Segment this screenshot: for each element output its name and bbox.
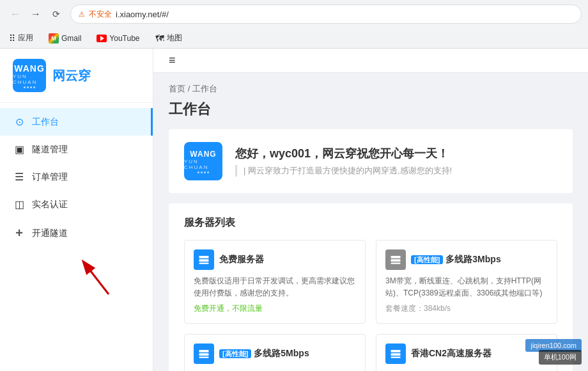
logo-dots xyxy=(24,86,35,88)
youtube-label: YouTube xyxy=(109,34,139,43)
sidebar-logo: WANG YUN CHUAN 网云穿 xyxy=(0,49,153,103)
security-icon: ⚠ xyxy=(79,10,85,19)
w-dot-3 xyxy=(204,171,206,173)
welcome-banner: WANG YUN CHUAN 您好，wyc001，网云穿祝您开心每一天！ | 网… xyxy=(169,129,573,193)
apps-label: 应用 xyxy=(18,33,33,43)
page-title: 工作台 xyxy=(169,100,573,119)
sidebar-item-open-tunnel[interactable]: + 开通隧道 xyxy=(0,218,153,248)
identity-icon: ◫ xyxy=(13,198,26,210)
welcome-subtitle: | 网云穿致力于打造最方便快捷的内网穿透,感谢您的支持! xyxy=(235,165,452,177)
welcome-text: 您好，wyc001，网云穿祝您开心每一天！ | 网云穿致力于打造最方便快捷的内网… xyxy=(235,146,452,177)
nav-buttons: ← → ⟳ xyxy=(6,5,65,23)
svg-rect-5 xyxy=(391,263,401,264)
main-content: ≡ 首页 / 工作台 工作台 WANG YUN CHUAN xyxy=(153,49,588,371)
multi3-name: 多线路3Mbps xyxy=(445,254,500,264)
welcome-logo-bottom: YUN CHUAN xyxy=(184,159,222,170)
sidebar-item-dashboard-label: 工作台 xyxy=(32,116,59,128)
breadcrumb-current: 工作台 xyxy=(192,84,217,93)
logo-dot-1 xyxy=(24,86,26,88)
forward-button[interactable]: → xyxy=(27,5,45,23)
server-card-free[interactable]: 免费服务器 免费版仅适用于日常开发调试，更高需求建议您使用付费版，感谢您的支持。… xyxy=(184,240,366,324)
bookmarks-bar: ⠿ 应用 M Gmail YouTube 🗺 地图 xyxy=(0,28,588,49)
bookmark-youtube[interactable]: YouTube xyxy=(94,33,142,44)
server-card-free-header: 免费服务器 xyxy=(194,249,356,270)
server-card-hk-title: 香港CN2高速服务器 xyxy=(411,348,491,359)
sidebar-item-order-label: 订单管理 xyxy=(32,171,68,183)
server-card-multi3-header: [高性能]多线路3Mbps xyxy=(385,249,548,270)
svg-rect-8 xyxy=(199,357,209,358)
server-card-free-title: 免费服务器 xyxy=(219,254,264,265)
breadcrumb: 首页 / 工作台 xyxy=(169,83,573,95)
svg-rect-6 xyxy=(199,350,209,352)
logo-name: 网云穿 xyxy=(52,67,91,84)
server-section: 服务器列表 免费服务器 免费版仅适用于日常开发调试，更高需求建议您使用付费 xyxy=(169,203,573,371)
server-card-multi3[interactable]: [高性能]多线路3Mbps 3M带宽，断线重连、心跳机制，支持HTTP(网站)、… xyxy=(376,240,557,324)
maps-label: 地图 xyxy=(167,33,182,43)
server-card-multi3-title: [高性能]多线路3Mbps xyxy=(411,254,501,265)
server-svg-multi5 xyxy=(198,348,210,359)
server-icon-multi5 xyxy=(194,343,214,364)
welcome-logo-top: WANG xyxy=(190,150,216,159)
sidebar-item-dashboard[interactable]: ⊙ 工作台 xyxy=(0,108,153,136)
logo-dot-4 xyxy=(33,86,35,88)
browser-toolbar: ← → ⟳ ⚠ 不安全 i.xiaomy.net/#/ xyxy=(0,0,588,28)
bookmark-apps[interactable]: ⠿ 应用 xyxy=(6,31,36,45)
back-button[interactable]: ← xyxy=(6,5,24,23)
sidebar-item-identity[interactable]: ◫ 实名认证 xyxy=(0,191,153,218)
address-bar[interactable]: ⚠ 不安全 i.xiaomy.net/#/ xyxy=(70,4,582,24)
svg-rect-2 xyxy=(199,263,209,264)
breadcrumb-separator: / xyxy=(188,84,190,93)
order-icon: ☰ xyxy=(13,171,26,183)
browser-chrome: ← → ⟳ ⚠ 不安全 i.xiaomy.net/#/ ⠿ 应用 M Gmail… xyxy=(0,0,588,49)
bookmark-maps[interactable]: 🗺 地图 xyxy=(153,31,185,45)
server-section-title: 服务器列表 xyxy=(184,216,557,230)
bookmark-gmail[interactable]: M Gmail xyxy=(46,32,84,45)
youtube-icon xyxy=(97,35,107,42)
apps-grid-icon: ⠿ xyxy=(9,33,15,43)
server-card-multi3-desc: 3M带宽，断线重连、心跳机制，支持HTTP(网站)、TCP(3389远程桌面、3… xyxy=(385,275,548,299)
server-icon-hk xyxy=(385,343,406,364)
server-icon-free xyxy=(194,249,214,270)
gmail-label: Gmail xyxy=(61,34,81,43)
server-card-multi5-header: [高性能]多线路5Mbps xyxy=(194,343,356,364)
multi5-tag: [高性能] xyxy=(219,349,251,358)
server-card-multi5-title: [高性能]多线路5Mbps xyxy=(219,348,309,359)
sidebar-item-order[interactable]: ☰ 订单管理 xyxy=(0,163,153,191)
welcome-greeting: 您好，wyc001，网云穿祝您开心每一天！ xyxy=(235,146,452,161)
watermark-brand: 单机100网 xyxy=(539,350,582,365)
welcome-logo: WANG YUN CHUAN xyxy=(184,142,222,180)
menu-toggle-icon[interactable]: ≡ xyxy=(169,54,176,67)
dashboard-icon: ⊙ xyxy=(13,116,26,128)
w-dot-4 xyxy=(207,171,209,173)
sidebar-item-tunnel[interactable]: ▣ 隧道管理 xyxy=(0,136,153,163)
sidebar: WANG YUN CHUAN 网云穿 ⊙ 工作台 ▣ 隧道管理 xyxy=(0,49,153,371)
tunnel-icon: ▣ xyxy=(13,143,26,155)
svg-rect-9 xyxy=(391,350,401,352)
sidebar-item-open-tunnel-label: 开通隧道 xyxy=(32,228,68,239)
svg-rect-1 xyxy=(199,259,209,262)
server-card-multi5[interactable]: [高性能]多线路5Mbps 带宽5Mbps，峰值40Mbps，网页秒开、高速下 xyxy=(184,334,366,371)
security-label: 不安全 xyxy=(89,9,112,20)
maps-icon: 🗺 xyxy=(155,33,164,43)
url-display: i.xiaomy.net/#/ xyxy=(116,10,573,19)
svg-rect-3 xyxy=(391,256,401,258)
sidebar-nav: ⊙ 工作台 ▣ 隧道管理 ☰ 订单管理 ◫ 实名认证 + 开通隧道 xyxy=(0,103,153,371)
hk-name: 香港CN2高速服务器 xyxy=(411,348,491,358)
logo-bottom-text: YUN CHUAN xyxy=(13,74,46,85)
server-svg-multi3 xyxy=(390,254,401,265)
free-server-name: 免费服务器 xyxy=(219,254,264,264)
sidebar-item-tunnel-label: 隧道管理 xyxy=(32,144,68,155)
server-card-free-speed: 免费开通，不限流量 xyxy=(194,303,356,314)
breadcrumb-home: 首页 xyxy=(169,84,185,93)
server-icon-multi3 xyxy=(385,249,406,270)
main-header: ≡ xyxy=(153,49,588,73)
reload-button[interactable]: ⟳ xyxy=(47,5,65,23)
logo-top-text: WANG xyxy=(14,63,45,74)
svg-rect-4 xyxy=(391,259,401,262)
multi3-tag: [高性能] xyxy=(411,255,443,264)
server-card-free-desc: 免费版仅适用于日常开发调试，更高需求建议您使用付费版，感谢您的支持。 xyxy=(194,275,356,299)
svg-rect-11 xyxy=(391,357,401,358)
server-svg-hk xyxy=(390,348,401,359)
multi5-name: 多线路5Mbps xyxy=(254,348,309,358)
logo-dot-3 xyxy=(30,86,32,88)
